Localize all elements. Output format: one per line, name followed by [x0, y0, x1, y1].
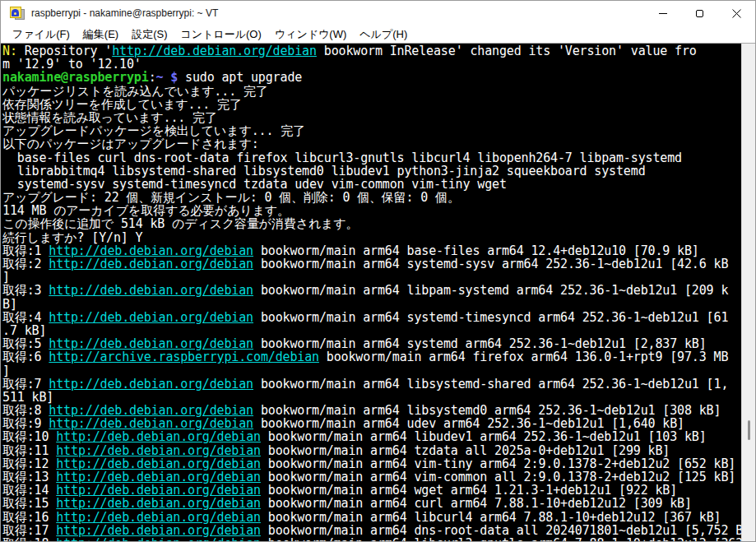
terminal-line: この操作後に追加で 514 kB のディスク容量が消費されます。 [2, 217, 741, 230]
menu-item-2[interactable]: 設定(S) [125, 25, 174, 44]
terminal-line: m '12.9' to '12.10' [2, 58, 741, 71]
terminal-line: 取得:14 http://deb.debian.org/debian bookw… [2, 484, 741, 497]
terminal-line: librabbitmq4 libsystemd-shared libsystem… [2, 164, 741, 178]
teraterm-app-icon [10, 7, 25, 20]
terminal-line: 取得:8 http://deb.debian.org/debian bookwo… [2, 404, 741, 417]
url-link[interactable]: http://deb.debian.org/debian [49, 283, 253, 298]
terminal-line: 取得:6 http://archive.raspberrypi.com/debi… [2, 350, 741, 364]
terminal-line: 取得:15 http://deb.debian.org/debian bookw… [2, 497, 741, 510]
text-segment: bookworm/main arm64 systemd-timesyncd ar… [253, 310, 728, 325]
terminal-line: 取得:3 http://deb.debian.org/debian bookwo… [2, 284, 741, 297]
close-icon [732, 9, 741, 18]
minimize-icon [659, 13, 667, 14]
url-link[interactable]: http://deb.debian.org/debian [49, 257, 253, 271]
maximize-button[interactable] [681, 1, 718, 25]
terminal-line: 以下のパッケージはアップグレードされます: [2, 137, 741, 151]
text-segment: bookworm/main arm64 libpam-systemd arm64… [253, 283, 728, 298]
text-segment: 取得:18 [2, 536, 56, 541]
terminal-line: 取得:11 http://deb.debian.org/debian bookw… [2, 444, 741, 457]
terminal-line: 511 kB] [2, 391, 741, 404]
menu-item-5[interactable]: ヘルプ(H) [353, 25, 414, 44]
url-link[interactable]: http://deb.debian.org/debian [49, 377, 253, 391]
menubar: ファイル(F)編集(E)設定(S)コントロール(O)ウィンドウ(W)ヘルプ(H) [1, 25, 755, 44]
terminal-line: 取得:9 http://deb.debian.org/debian bookwo… [2, 417, 741, 430]
terminal-line: systemd-sysv systemd-timesyncd tzdata ud… [2, 178, 741, 191]
terminal-line: 取得:1 http://deb.debian.org/debian bookwo… [2, 244, 741, 257]
text-segment: bookworm/main arm64 libcurl3-gnutls arm6… [261, 536, 741, 541]
terminal-line: ] [2, 364, 741, 378]
terminal-line: 114 MB のアーカイブを取得する必要があります。 [2, 204, 741, 217]
text-segment: bookworm InRelease' changed its 'Version… [317, 44, 697, 58]
terminal-line: 取得:7 http://deb.debian.org/debian bookwo… [2, 378, 741, 391]
vertical-scrollbar[interactable] [741, 44, 755, 541]
url-link[interactable]: http://archive.raspberrypi.com/debian [49, 350, 319, 364]
terminal-line: アップグレードパッケージを検出しています... 完了 [2, 124, 741, 137]
menu-item-1[interactable]: 編集(E) [77, 25, 125, 44]
terminal-line: N: Repository 'http://deb.debian.org/deb… [2, 44, 741, 58]
terminal-line: 状態情報を読み取っています... 完了 [2, 111, 741, 124]
window-controls [644, 1, 755, 25]
terminal-line: 取得:12 http://deb.debian.org/debian bookw… [2, 457, 741, 470]
terminal-line: B] [2, 298, 741, 311]
titlebar[interactable]: raspberrypi - nakamine@raspberrypi: ~ VT [1, 1, 755, 25]
url-link[interactable]: http://deb.debian.org/debian [56, 536, 261, 541]
terminal-line: 取得:4 http://deb.debian.org/debian bookwo… [2, 311, 741, 324]
minimize-button[interactable] [644, 1, 681, 25]
terminal-line: base-files curl dns-root-data firefox li… [2, 151, 741, 164]
terminal-line: .7 kB] [2, 324, 741, 337]
terminal-line: nakamine@raspberrypi:~ $ sudo apt upgrad… [2, 71, 741, 84]
terminal-line: 依存関係ツリーを作成しています... 完了 [2, 98, 741, 111]
menu-item-0[interactable]: ファイル(F) [6, 25, 77, 44]
window-title: raspberrypi - nakamine@raspberrypi: ~ VT [31, 7, 218, 19]
terminal-line: 取得:17 http://deb.debian.org/debian bookw… [2, 524, 741, 537]
scrollbar-thumb[interactable] [748, 420, 750, 440]
terminal-line: 取得:13 http://deb.debian.org/debian bookw… [2, 470, 741, 484]
url-link[interactable]: http://deb.debian.org/debian [49, 310, 253, 325]
maximize-icon [696, 10, 703, 17]
close-button[interactable] [718, 1, 755, 25]
terminal-line: 取得:16 http://deb.debian.org/debian bookw… [2, 511, 741, 524]
terminal-screen[interactable]: N: Repository 'http://deb.debian.org/deb… [1, 44, 741, 541]
menu-item-3[interactable]: コントロール(O) [174, 25, 268, 44]
teraterm-window: raspberrypi - nakamine@raspberrypi: ~ VT… [0, 0, 756, 542]
text-segment: bookworm/main arm64 firefox arm64 136.0-… [319, 350, 728, 364]
terminal-line: 取得:2 http://deb.debian.org/debian bookwo… [2, 257, 741, 271]
text-segment: bookworm/main arm64 systemd-sysv arm64 2… [253, 257, 728, 271]
terminal-line: 取得:18 http://deb.debian.org/debian bookw… [2, 537, 741, 541]
terminal-line: 取得:5 http://deb.debian.org/debian bookwo… [2, 337, 741, 350]
text-segment: bookworm/main arm64 libsystemd-shared ar… [253, 377, 728, 391]
menu-item-4[interactable]: ウィンドウ(W) [268, 25, 353, 44]
url-link[interactable]: http://deb.debian.org/debian [112, 44, 317, 58]
terminal-line: ] [2, 271, 741, 284]
terminal-line: アップグレード: 22 個、新規インストール: 0 個、削除: 0 個、保留: … [2, 191, 741, 204]
terminal-line: 取得:10 http://deb.debian.org/debian bookw… [2, 430, 741, 443]
terminal-line: 続行しますか? [Y/n] Y [2, 231, 741, 244]
terminal-line: パッケージリストを読み込んでいます... 完了 [2, 85, 741, 98]
